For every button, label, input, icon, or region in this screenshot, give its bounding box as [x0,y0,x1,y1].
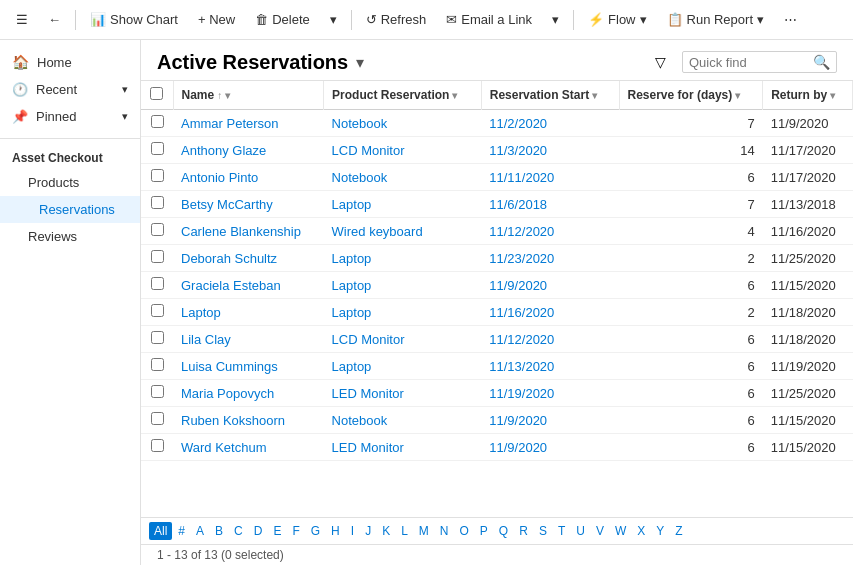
row-start-link[interactable]: 11/19/2020 [489,386,554,401]
delete-chevron-button[interactable]: ▾ [322,8,345,31]
row-start-link[interactable]: 11/16/2020 [489,305,554,320]
product-column-header[interactable]: Product Reservation ▾ [324,81,482,110]
row-checkbox[interactable] [151,304,164,317]
sidebar-item-recent[interactable]: 🕐 Recent ▾ [0,76,140,103]
email-chevron-button[interactable]: ▾ [544,8,567,31]
more-button[interactable]: ⋯ [776,8,805,31]
row-name-link[interactable]: Graciela Esteban [181,278,281,293]
refresh-button[interactable]: ↺ Refresh [358,8,435,31]
row-start-link[interactable]: 11/9/2020 [489,413,547,428]
row-start-link[interactable]: 11/9/2020 [489,278,547,293]
row-product-link[interactable]: Laptop [332,278,372,293]
alpha-button-s[interactable]: S [534,522,552,540]
row-product-link[interactable]: LED Monitor [332,440,404,455]
email-link-button[interactable]: ✉ Email a Link [438,8,540,31]
row-product-link[interactable]: Notebook [332,170,388,185]
row-checkbox[interactable] [151,223,164,236]
row-checkbox[interactable] [151,250,164,263]
row-checkbox-cell[interactable] [141,245,173,272]
row-product-link[interactable]: Laptop [332,251,372,266]
alpha-button-all[interactable]: All [149,522,172,540]
sidebar-item-reviews[interactable]: Reviews [0,223,140,250]
hamburger-button[interactable]: ☰ [8,8,36,31]
row-checkbox-cell[interactable] [141,218,173,245]
row-checkbox-cell[interactable] [141,272,173,299]
alpha-button-u[interactable]: U [571,522,590,540]
alpha-button-q[interactable]: Q [494,522,513,540]
sidebar-item-home[interactable]: 🏠 Home [0,48,140,76]
back-button[interactable]: ← [40,8,69,31]
row-name-link[interactable]: Ruben Kokshoorn [181,413,285,428]
row-product-link[interactable]: Laptop [332,359,372,374]
row-start-link[interactable]: 11/23/2020 [489,251,554,266]
alpha-button-b[interactable]: B [210,522,228,540]
row-name-link[interactable]: Carlene Blankenship [181,224,301,239]
row-checkbox-cell[interactable] [141,137,173,164]
row-checkbox-cell[interactable] [141,110,173,137]
row-product-link[interactable]: LED Monitor [332,386,404,401]
row-name-link[interactable]: Ammar Peterson [181,116,279,131]
alpha-button-y[interactable]: Y [651,522,669,540]
row-checkbox-cell[interactable] [141,353,173,380]
row-product-link[interactable]: LCD Monitor [332,332,405,347]
row-checkbox-cell[interactable] [141,326,173,353]
select-all-checkbox[interactable] [150,87,163,100]
alpha-button-k[interactable]: K [377,522,395,540]
run-report-button[interactable]: 📋 Run Report ▾ [659,8,772,31]
row-name-link[interactable]: Lila Clay [181,332,231,347]
alpha-button-w[interactable]: W [610,522,631,540]
new-button[interactable]: + New [190,8,243,31]
row-checkbox-cell[interactable] [141,299,173,326]
filter-button[interactable]: ▽ [647,50,674,74]
alpha-button-a[interactable]: A [191,522,209,540]
row-checkbox[interactable] [151,115,164,128]
row-name-link[interactable]: Antonio Pinto [181,170,258,185]
row-name-link[interactable]: Luisa Cummings [181,359,278,374]
delete-button[interactable]: 🗑 Delete [247,8,318,31]
row-checkbox-cell[interactable] [141,191,173,218]
row-checkbox[interactable] [151,142,164,155]
row-product-link[interactable]: Wired keyboard [332,224,423,239]
row-checkbox[interactable] [151,169,164,182]
row-checkbox[interactable] [151,385,164,398]
alpha-button-p[interactable]: P [475,522,493,540]
alpha-button-e[interactable]: E [268,522,286,540]
row-start-link[interactable]: 11/6/2018 [489,197,547,212]
alpha-button-g[interactable]: G [306,522,325,540]
sidebar-item-products[interactable]: Products [0,169,140,196]
flow-button[interactable]: ⚡ Flow ▾ [580,8,654,31]
row-product-link[interactable]: LCD Monitor [332,143,405,158]
row-start-link[interactable]: 11/11/2020 [489,170,554,185]
row-start-link[interactable]: 11/3/2020 [489,143,547,158]
alpha-button-f[interactable]: F [287,522,304,540]
row-checkbox-cell[interactable] [141,434,173,461]
row-name-link[interactable]: Anthony Glaze [181,143,266,158]
row-start-link[interactable]: 11/12/2020 [489,224,554,239]
row-checkbox[interactable] [151,196,164,209]
return-column-header[interactable]: Return by ▾ [763,81,853,110]
alpha-button-v[interactable]: V [591,522,609,540]
checkbox-header[interactable] [141,81,173,110]
row-checkbox-cell[interactable] [141,380,173,407]
alpha-button-x[interactable]: X [632,522,650,540]
row-checkbox[interactable] [151,412,164,425]
row-name-link[interactable]: Laptop [181,305,221,320]
alpha-button-j[interactable]: J [360,522,376,540]
alpha-button-o[interactable]: O [455,522,474,540]
row-checkbox[interactable] [151,439,164,452]
alpha-button-t[interactable]: T [553,522,570,540]
alpha-button-m[interactable]: M [414,522,434,540]
row-checkbox[interactable] [151,277,164,290]
row-checkbox-cell[interactable] [141,164,173,191]
days-column-header[interactable]: Reserve for (days) ▾ [619,81,763,110]
row-product-link[interactable]: Laptop [332,305,372,320]
row-name-link[interactable]: Ward Ketchum [181,440,267,455]
alpha-button-i[interactable]: I [346,522,359,540]
row-start-link[interactable]: 11/13/2020 [489,359,554,374]
row-checkbox[interactable] [151,358,164,371]
alpha-button-d[interactable]: D [249,522,268,540]
search-input[interactable] [689,55,809,70]
show-chart-button[interactable]: 📊 Show Chart [82,8,186,31]
row-checkbox-cell[interactable] [141,407,173,434]
row-name-link[interactable]: Betsy McCarthy [181,197,273,212]
